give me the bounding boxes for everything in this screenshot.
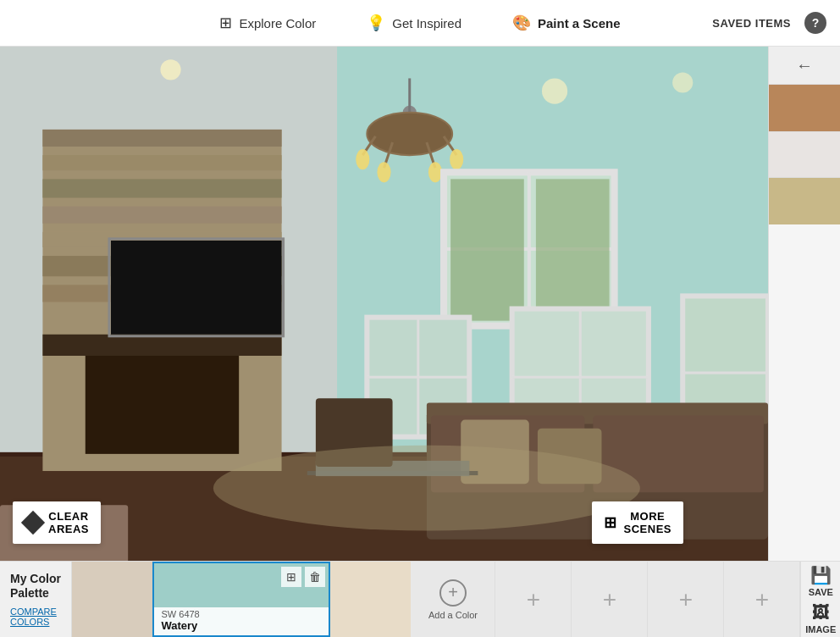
svg-point-25 bbox=[450, 149, 463, 169]
svg-point-24 bbox=[356, 149, 369, 169]
svg-rect-32 bbox=[536, 179, 610, 320]
paint-scene-icon: 🎨 bbox=[512, 14, 531, 32]
save-icon: 💾 bbox=[810, 565, 832, 585]
swatch-name: Watery bbox=[161, 619, 322, 632]
svg-rect-15 bbox=[111, 241, 282, 335]
main-nav: ⊞ Explore Color 💡 Get Inspired 🎨 Paint a… bbox=[211, 8, 628, 37]
side-swatch-white[interactable] bbox=[769, 131, 841, 178]
empty-plus-3: + bbox=[679, 586, 693, 613]
image-label: IMAGE bbox=[805, 624, 836, 634]
main-area: CLEARAREAS ⊞ MORESCENES ← bbox=[0, 47, 840, 561]
svg-point-43 bbox=[672, 72, 693, 92]
swatch-color-2 bbox=[330, 562, 411, 637]
header-right: SAVED ITEMS ? bbox=[712, 12, 826, 34]
add-color-slot[interactable]: + Add a Color bbox=[411, 562, 495, 637]
clear-areas-button[interactable]: CLEARAREAS bbox=[13, 501, 101, 544]
svg-rect-31 bbox=[450, 179, 524, 320]
more-scenes-button[interactable]: ⊞ MORESCENES bbox=[592, 501, 683, 544]
add-color-icon: + bbox=[439, 579, 467, 607]
svg-rect-6 bbox=[42, 130, 281, 147]
compare-colors-button[interactable]: COMPARE COLORS bbox=[10, 607, 61, 627]
nav-get-inspired-label: Get Inspired bbox=[392, 16, 461, 30]
empty-slot-4[interactable]: + bbox=[724, 562, 800, 637]
palette-right-actions: 💾 SAVE 🖼 IMAGE bbox=[800, 562, 840, 637]
nav-paint-scene-label: Paint a Scene bbox=[538, 16, 621, 30]
svg-rect-7 bbox=[42, 155, 281, 170]
palette-swatch-2[interactable] bbox=[330, 562, 411, 637]
side-swatch-beige[interactable] bbox=[769, 178, 841, 224]
back-button[interactable]: ← bbox=[769, 47, 840, 85]
nav-paint-a-scene[interactable]: 🎨 Paint a Scene bbox=[504, 8, 629, 37]
get-inspired-icon: 💡 bbox=[367, 14, 385, 32]
palette-swatch-active[interactable]: ⊞ 🗑 SW 6478 Watery bbox=[152, 562, 330, 637]
nav-explore-color-label: Explore Color bbox=[239, 16, 316, 30]
right-panel: ← bbox=[768, 47, 840, 561]
svg-point-42 bbox=[542, 78, 567, 103]
svg-point-27 bbox=[428, 162, 442, 182]
palette-swatch-0[interactable] bbox=[72, 562, 152, 637]
svg-rect-14 bbox=[42, 335, 281, 356]
svg-point-19 bbox=[367, 113, 452, 155]
explore-color-icon: ⊞ bbox=[219, 14, 232, 32]
scene-container[interactable]: CLEARAREAS ⊞ MORESCENES bbox=[0, 47, 768, 561]
empty-slot-1[interactable]: + bbox=[495, 562, 572, 637]
help-button[interactable]: ? bbox=[804, 12, 826, 34]
swatch-info-watery: SW 6478 Watery bbox=[154, 607, 329, 635]
empty-plus-2: + bbox=[603, 586, 616, 613]
swatch-color-0 bbox=[72, 562, 152, 637]
svg-point-26 bbox=[377, 162, 390, 182]
palette-label-area: My ColorPalette COMPARE COLORS bbox=[0, 562, 72, 637]
save-action-button[interactable]: 💾 SAVE bbox=[809, 565, 833, 597]
svg-point-41 bbox=[160, 59, 180, 80]
image-action-button[interactable]: 🖼 IMAGE bbox=[805, 603, 836, 634]
more-scenes-icon: ⊞ bbox=[604, 513, 617, 532]
svg-rect-9 bbox=[42, 207, 281, 224]
back-icon: ← bbox=[796, 56, 813, 75]
save-label: SAVE bbox=[809, 587, 833, 597]
empty-plus-1: + bbox=[527, 586, 540, 613]
swatch-grid-button[interactable]: ⊞ bbox=[281, 567, 301, 587]
palette-bar: My ColorPalette COMPARE COLORS ⊞ 🗑 SW 64… bbox=[0, 561, 840, 637]
header: ⊞ Explore Color 💡 Get Inspired 🎨 Paint a… bbox=[0, 0, 840, 47]
more-scenes-label: MORESCENES bbox=[624, 510, 671, 535]
nav-get-inspired[interactable]: 💡 Get Inspired bbox=[358, 8, 470, 37]
swatch-number: SW 6478 bbox=[161, 609, 322, 619]
clear-areas-icon bbox=[21, 511, 45, 535]
clear-areas-label: CLEARAREAS bbox=[48, 510, 89, 535]
add-color-label: Add a Color bbox=[428, 610, 478, 620]
palette-swatches: ⊞ 🗑 SW 6478 Watery + Add a Color + + + bbox=[72, 562, 800, 637]
svg-rect-13 bbox=[86, 352, 239, 454]
swatch-actions: ⊞ 🗑 bbox=[281, 567, 325, 587]
empty-slot-2[interactable]: + bbox=[572, 562, 648, 637]
room-scene-svg bbox=[0, 47, 768, 561]
empty-plus-4: + bbox=[755, 586, 769, 613]
saved-items-button[interactable]: SAVED ITEMS bbox=[712, 17, 791, 30]
swatch-delete-button[interactable]: 🗑 bbox=[305, 567, 325, 587]
nav-explore-color[interactable]: ⊞ Explore Color bbox=[211, 8, 324, 37]
svg-rect-8 bbox=[42, 179, 281, 197]
side-swatch-tan[interactable] bbox=[769, 85, 841, 131]
palette-title: My ColorPalette bbox=[10, 572, 61, 601]
empty-slot-3[interactable]: + bbox=[648, 562, 724, 637]
image-icon: 🖼 bbox=[812, 603, 829, 623]
svg-point-55 bbox=[213, 446, 640, 531]
